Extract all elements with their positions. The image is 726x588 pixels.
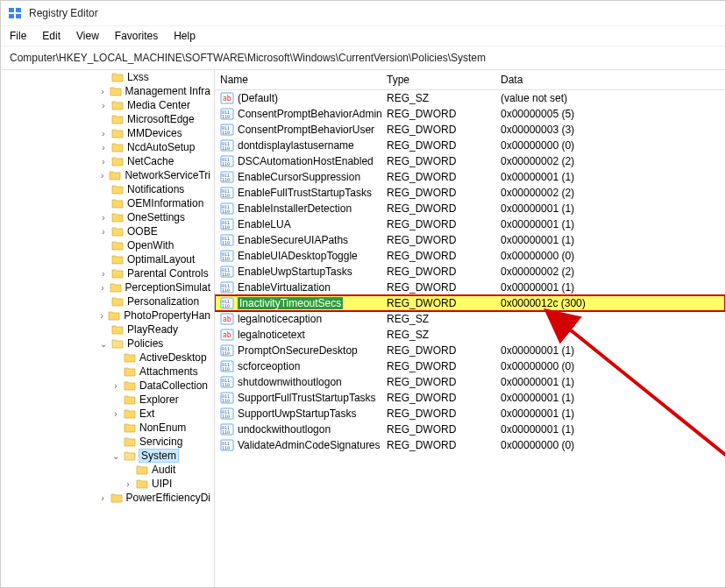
tree-node-oeminformation[interactable]: OEMInformation xyxy=(97,196,214,210)
reg-binary-icon: 011110 xyxy=(220,297,234,309)
registry-value-row[interactable]: 011110EnableFullTrustStartupTasksREG_DWO… xyxy=(215,185,725,201)
registry-value-row[interactable]: 011110EnableUwpStartupTasksREG_DWORD0x00… xyxy=(215,264,725,280)
tree-node-nonenum[interactable]: NonEnum xyxy=(97,421,214,435)
tree-caret-icon[interactable]: › xyxy=(111,409,120,419)
registry-value-row[interactable]: 011110shutdownwithoutlogonREG_DWORD0x000… xyxy=(215,374,725,390)
tree-node-attachments[interactable]: Attachments xyxy=(97,365,214,379)
tree-node-ext[interactable]: ›Ext xyxy=(97,407,214,421)
tree-node-lxss[interactable]: Lxss xyxy=(97,70,214,84)
value-name: EnableLUA xyxy=(238,218,291,230)
tree-node-notifications[interactable]: Notifications xyxy=(97,182,214,196)
registry-value-row[interactable]: ablegalnoticetextREG_SZ xyxy=(215,327,725,343)
menu-view[interactable]: View xyxy=(76,30,99,42)
registry-value-row[interactable]: ablegalnoticecaptionREG_SZ xyxy=(215,311,725,327)
tree-node-explorer[interactable]: Explorer xyxy=(97,393,214,407)
tree-node-datacollection[interactable]: ›DataCollection xyxy=(97,379,214,393)
tree-node-netcache[interactable]: ›NetCache xyxy=(97,154,214,168)
tree-label: OptimalLayout xyxy=(127,253,195,266)
tree-caret-icon[interactable]: › xyxy=(99,493,107,503)
menu-file[interactable]: File xyxy=(10,30,26,42)
tree-node-ncdautosetup[interactable]: ›NcdAutoSetup xyxy=(97,140,214,154)
tree-node-oobe[interactable]: ›OOBE xyxy=(97,224,214,238)
registry-value-row[interactable]: 011110ConsentPromptBehaviorUserREG_DWORD… xyxy=(215,122,725,138)
registry-value-row[interactable]: 011110EnableCursorSuppressionREG_DWORD0x… xyxy=(215,169,725,185)
tree-caret-icon[interactable]: › xyxy=(99,311,104,321)
reg-binary-icon: 011110 xyxy=(220,155,234,167)
tree-node-optimallayout[interactable]: OptimalLayout xyxy=(97,252,214,266)
column-header-data[interactable]: Data xyxy=(501,74,725,86)
address-bar[interactable]: Computer\HKEY_LOCAL_MACHINE\SOFTWARE\Mic… xyxy=(1,46,725,70)
folder-icon xyxy=(124,450,136,461)
tree-node-photopropertyhan[interactable]: ›PhotoPropertyHan xyxy=(97,308,214,322)
registry-value-row[interactable]: 011110PromptOnSecureDesktopREG_DWORD0x00… xyxy=(215,343,725,358)
tree-node-playready[interactable]: PlayReady xyxy=(97,322,214,337)
registry-value-row[interactable]: 011110EnableInstallerDetectionREG_DWORD0… xyxy=(215,201,725,216)
svg-text:110: 110 xyxy=(222,193,230,198)
registry-value-row[interactable]: 011110EnableSecureUIAPathsREG_DWORD0x000… xyxy=(215,232,725,248)
column-header-name[interactable]: Name xyxy=(220,74,387,86)
tree-node-uipi[interactable]: ›UIPI xyxy=(97,477,214,491)
registry-value-row[interactable]: 011110ValidateAdminCodeSignaturesREG_DWO… xyxy=(215,437,725,453)
tree-caret-icon[interactable]: › xyxy=(99,283,106,293)
tree-caret-icon[interactable]: › xyxy=(111,381,120,391)
value-name: EnableSecureUIAPaths xyxy=(238,234,348,246)
tree-node-audit[interactable]: Audit xyxy=(97,463,214,477)
registry-value-row[interactable]: 011110scforceoptionREG_DWORD0x00000000 (… xyxy=(215,358,725,374)
tree-caret-icon[interactable]: › xyxy=(99,143,108,152)
registry-value-row[interactable]: 011110SupportFullTrustStartupTasksREG_DW… xyxy=(215,390,725,406)
tree-node-management-infra[interactable]: ›Management Infra xyxy=(97,84,214,98)
tree-node-activedesktop[interactable]: ActiveDesktop xyxy=(97,351,214,365)
folder-icon xyxy=(111,100,124,110)
registry-value-row[interactable]: 011110EnableVirtualizationREG_DWORD0x000… xyxy=(215,280,725,295)
registry-value-row[interactable]: 011110undockwithoutlogonREG_DWORD0x00000… xyxy=(215,422,725,437)
tree-node-onesettings[interactable]: ›OneSettings xyxy=(97,210,214,224)
tree-caret-icon[interactable]: › xyxy=(99,227,108,237)
tree-label: UIPI xyxy=(152,478,172,490)
registry-value-row[interactable]: 011110ConsentPromptBehaviorAdminREG_DWOR… xyxy=(215,106,725,122)
tree-caret-icon[interactable]: › xyxy=(99,101,108,110)
tree-node-servicing[interactable]: Servicing xyxy=(97,435,214,449)
column-header-type[interactable]: Type xyxy=(387,74,501,86)
tree-caret-icon[interactable]: ⌄ xyxy=(99,339,108,349)
tree-caret-icon[interactable]: › xyxy=(99,157,108,166)
registry-value-row[interactable]: 011110SupportUwpStartupTasksREG_DWORD0x0… xyxy=(215,406,725,422)
tree-caret-icon[interactable]: › xyxy=(124,479,132,489)
menu-favorites[interactable]: Favorites xyxy=(115,30,158,42)
tree-node-perceptionsimulat[interactable]: ›PerceptionSimulat xyxy=(97,280,214,294)
tree-node-networkservicetri[interactable]: ›NetworkServiceTri xyxy=(97,168,214,182)
tree-caret-icon[interactable]: › xyxy=(99,171,105,181)
tree-node-system[interactable]: ⌄System xyxy=(97,449,214,463)
tree-node-parental-controls[interactable]: ›Parental Controls xyxy=(97,266,214,280)
registry-value-row[interactable]: 011110EnableLUAREG_DWORD0x00000001 (1) xyxy=(215,216,725,232)
tree-panel[interactable]: Lxss›Management Infra›Media CenterMicros… xyxy=(1,70,215,587)
registry-value-row[interactable]: 011110DSCAutomationHostEnabledREG_DWORD0… xyxy=(215,153,725,169)
menu-edit[interactable]: Edit xyxy=(42,30,60,42)
svg-text:110: 110 xyxy=(222,161,230,166)
registry-value-row[interactable]: 011110EnableUIADesktopToggleREG_DWORD0x0… xyxy=(215,248,725,264)
reg-binary-icon: 011110 xyxy=(220,266,234,278)
tree-caret-icon[interactable]: › xyxy=(99,213,108,223)
folder-icon xyxy=(111,338,124,349)
tree-caret-icon[interactable]: ⌄ xyxy=(111,451,120,461)
tree-node-openwith[interactable]: OpenWith xyxy=(97,238,214,252)
value-data: 0x00000005 (5) xyxy=(501,108,725,120)
tree-node-personalization[interactable]: Personalization xyxy=(97,294,214,308)
menu-help[interactable]: Help xyxy=(174,30,196,42)
tree-caret-icon[interactable]: › xyxy=(99,269,108,279)
registry-value-row[interactable]: 011110InactivityTimeoutSecsREG_DWORD0x00… xyxy=(215,295,725,311)
tree-caret-icon[interactable]: › xyxy=(99,129,108,138)
list-header[interactable]: Name Type Data xyxy=(215,70,725,90)
tree-caret-icon[interactable]: › xyxy=(99,87,106,96)
tree-node-microsoftedge[interactable]: MicrosoftEdge xyxy=(97,112,214,126)
tree-node-powerefficiencydi[interactable]: ›PowerEfficiencyDi xyxy=(97,491,214,505)
tree-label: OpenWith xyxy=(127,239,174,251)
content-area: Lxss›Management Infra›Media CenterMicros… xyxy=(1,70,725,587)
list-panel[interactable]: Name Type Data ab(Default)REG_SZ(value n… xyxy=(215,70,725,587)
reg-binary-icon: 011110 xyxy=(220,218,234,230)
registry-value-row[interactable]: ab(Default)REG_SZ(value not set) xyxy=(215,90,725,106)
tree-node-mmdevices[interactable]: ›MMDevices xyxy=(97,126,214,140)
tree-node-policies[interactable]: ⌄Policies xyxy=(97,337,214,351)
tree-node-media-center[interactable]: ›Media Center xyxy=(97,98,214,112)
registry-value-row[interactable]: 011110dontdisplaylastusernameREG_DWORD0x… xyxy=(215,138,725,153)
titlebar[interactable]: Registry Editor xyxy=(1,1,725,26)
